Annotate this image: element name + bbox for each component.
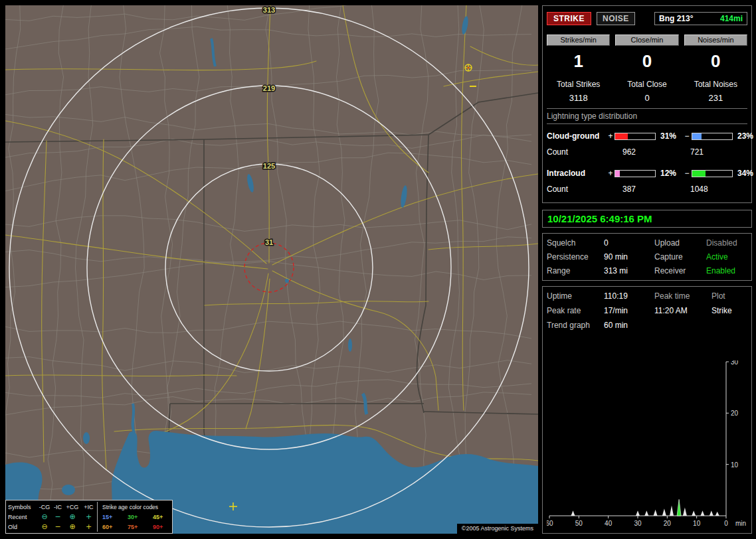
intracloud-count-row: Count 387 1048 [547, 181, 747, 197]
lightning-map: 313 219 125 31 Symbols -CG -IC +CG +IC S… [5, 5, 538, 534]
svg-text:50: 50 [575, 520, 583, 527]
old-neg-ic-symbol: − [51, 523, 64, 530]
cg-negative-pct: 23% [734, 131, 753, 141]
strikes-per-min-header: Strikes/min [547, 35, 610, 46]
svg-text:0: 0 [724, 520, 728, 527]
recent-neg-cg-symbol: ⊖ [38, 513, 51, 520]
age-45: 45+ [153, 514, 175, 520]
range-label: Range [547, 266, 604, 275]
receiver-label: Receiver [654, 266, 706, 275]
peak-time-value: 11:20 AM [654, 306, 711, 315]
minus-sign: − [682, 169, 692, 178]
status-box: Uptime 110:19 Peak time Plot Peak rate 1… [542, 286, 752, 534]
range-value: 313 mi [604, 266, 654, 275]
count-label: Count [547, 147, 607, 157]
total-strikes-label: Total Strikes [547, 80, 610, 89]
stats-box: STRIKE NOISE Bng 213° 414mi Strikes/min … [542, 5, 752, 203]
svg-text:10: 10 [731, 461, 739, 469]
map-canvas: 313 219 125 31 [5, 5, 538, 534]
legend-old-label: Old [8, 524, 38, 530]
legend-type-neg-cg: -CG [38, 504, 51, 510]
peak-rate-label: Peak rate [547, 306, 604, 315]
cg-positive-bar [614, 133, 656, 140]
svg-text:60: 60 [547, 520, 553, 527]
intracloud-label: Intracloud [547, 169, 607, 178]
cloud-ground-label: Cloud-ground [547, 131, 607, 141]
bearing-readout: Bng 213° 414mi [654, 12, 747, 25]
intracloud-row: Intracloud + 12% − 34% [547, 165, 747, 181]
plus-sign: + [607, 169, 614, 178]
ic-negative-pct: 34% [734, 169, 753, 178]
squelch-value: 0 [604, 238, 654, 248]
ring-label-31: 31 [265, 238, 273, 246]
old-neg-cg-symbol: ⊖ [38, 523, 51, 530]
divider [547, 123, 747, 124]
capture-label: Capture [654, 252, 706, 262]
total-close-value: 0 [615, 93, 678, 103]
svg-text:20: 20 [664, 520, 672, 527]
age-60: 60+ [102, 524, 128, 530]
copyright-notice: ©2005 Astrogenic Systems [457, 524, 538, 534]
positive-cg-strike-symbol [465, 64, 472, 71]
noises-per-min-value: 0 [684, 51, 747, 72]
noises-per-min-column: Noises/min 0 Total Noises 231 [684, 35, 747, 103]
bearing-distance: 414mi [720, 14, 743, 23]
age-15: 15+ [102, 514, 128, 520]
persistence-value: 90 min [604, 252, 654, 262]
age-90: 90+ [153, 524, 175, 530]
old-pos-cg-symbol: ⊕ [64, 523, 80, 530]
close-per-min-header: Close/min [615, 35, 678, 46]
cloud-ground-count-row: Count 962 721 [547, 144, 747, 160]
legend-recent-row: Recent ⊖ − ⊕ + 15+ 30+ 45+ [8, 512, 170, 522]
legend-recent-label: Recent [8, 514, 38, 520]
age-30: 30+ [128, 514, 153, 520]
minus-sign: − [682, 131, 692, 141]
upload-status: Disabled [706, 238, 747, 248]
upload-label: Upload [654, 238, 706, 248]
ring-label-313: 313 [263, 6, 275, 14]
close-per-min-column: Close/min 0 Total Close 0 [615, 35, 678, 103]
strikes-per-min-value: 1 [547, 51, 610, 72]
ic-positive-pct: 12% [657, 169, 682, 178]
plus-sign: + [607, 131, 614, 141]
uptime-value: 110:19 [604, 291, 654, 301]
legend-header-row: Symbols -CG -IC +CG +IC Strike age color… [8, 502, 170, 512]
bearing-value: Bng 213° [659, 14, 693, 23]
recent-neg-ic-symbol: − [51, 513, 64, 520]
trend-graph-label: Trend graph [547, 321, 604, 330]
total-noises-label: Total Noises [684, 80, 747, 89]
settings-grid: Squelch 0 Upload Disabled Persistence 90… [547, 238, 747, 275]
rate-columns: Strikes/min 1 Total Strikes 3118 Close/m… [547, 35, 747, 103]
ic-negative-count: 1048 [684, 185, 747, 194]
capture-status: Active [706, 252, 747, 262]
total-close-label: Total Close [615, 80, 678, 89]
total-noises-value: 231 [684, 93, 747, 103]
cg-positive-count: 962 [607, 147, 684, 157]
count-label: Count [547, 185, 607, 194]
svg-text:min: min [735, 520, 746, 527]
legend-symbols-header: Symbols [8, 504, 38, 510]
legend-divider [97, 502, 102, 512]
ic-positive-count: 387 [607, 185, 684, 194]
strike-indicator-button[interactable]: STRIKE [547, 12, 591, 25]
legend-type-neg-ic: -IC [51, 504, 64, 510]
receiver-status: Enabled [706, 266, 747, 275]
old-pos-ic-symbol: + [80, 523, 97, 530]
noises-per-min-header: Noises/min [684, 35, 747, 46]
strikes-per-min-column: Strikes/min 1 Total Strikes 3118 [547, 35, 610, 103]
settings-box: Squelch 0 Upload Disabled Persistence 90… [542, 233, 752, 281]
noise-indicator-button[interactable]: NOISE [597, 12, 635, 25]
total-strikes-value: 3118 [547, 93, 610, 103]
trend-graph: 6050403020100min102030 [547, 360, 747, 530]
right-panel: STRIKE NOISE Bng 213° 414mi Strikes/min … [542, 5, 752, 534]
ring-label-219: 219 [263, 84, 275, 92]
plot-value: Strike [711, 306, 747, 315]
cg-positive-pct: 31% [657, 131, 682, 141]
current-datetime: 10/21/2025 6:49:16 PM [547, 213, 652, 224]
squelch-label: Squelch [547, 238, 604, 248]
cg-negative-count: 721 [684, 147, 747, 157]
svg-text:40: 40 [605, 520, 613, 527]
ic-negative-bar [692, 170, 733, 177]
peak-time-header: Peak time [654, 291, 711, 301]
svg-text:30: 30 [634, 520, 642, 527]
